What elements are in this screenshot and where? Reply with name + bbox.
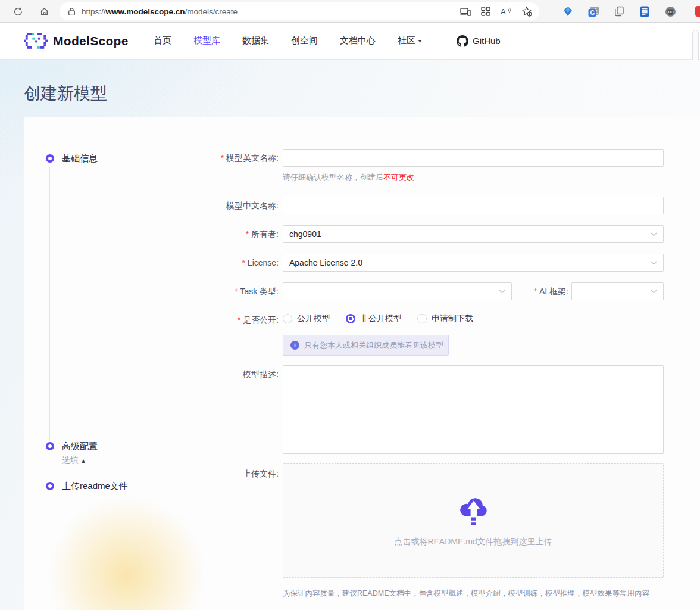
step-dot-readme xyxy=(46,482,54,490)
adblock-extension-icon[interactable]: UO xyxy=(664,5,676,17)
label-model-en-name: *模型英文名称: xyxy=(24,149,279,167)
owner-value: chg0901 xyxy=(289,229,321,239)
github-icon xyxy=(457,35,468,47)
required-mark: * xyxy=(246,229,249,239)
required-mark: * xyxy=(238,315,240,325)
browser-toolbar: https://www.modelscope.cn/models/create … xyxy=(0,0,700,23)
license-select[interactable]: Apache License 2.0 xyxy=(283,254,664,272)
form-card: 基础信息 高级配置 选填▲ 上传readme文件 *模型英文名称: 请仔细确认模… xyxy=(24,117,700,610)
nav-item-datasets[interactable]: 数据集 xyxy=(242,35,269,46)
label-owner: *所有者: xyxy=(24,225,279,243)
translate-extension-icon[interactable]: 文 G xyxy=(588,5,599,17)
label-license: *License: xyxy=(24,254,279,272)
radio-public-model[interactable]: 公开模型 xyxy=(283,313,330,324)
radio-private-model[interactable]: 非公开模型 xyxy=(346,313,402,324)
radio-label: 非公开模型 xyxy=(360,313,402,324)
create-model-page: 创建新模型 基础信息 高级配置 选填▲ 上传readme文件 *模型英文名称: … xyxy=(0,60,700,610)
label-ai-framework: *AI 框架: xyxy=(432,282,568,300)
url-text: https://www.modelscope.cn/models/create xyxy=(82,7,238,16)
nav-item-studios[interactable]: 创空间 xyxy=(291,35,318,46)
nav-divider xyxy=(439,35,439,47)
modelscope-logo-icon xyxy=(24,32,48,49)
label-text: 模型英文名称: xyxy=(226,153,279,163)
url-host: www.modelscope.cn xyxy=(106,7,185,16)
model-description-textarea[interactable] xyxy=(283,365,664,454)
home-button[interactable] xyxy=(37,4,51,18)
visibility-note: i 只有您本人或相关组织成员能看见该模型 xyxy=(283,335,449,356)
nav-item-community[interactable]: 社区 ▾ xyxy=(398,35,421,46)
modelscope-logo[interactable]: ModelScope xyxy=(24,23,129,59)
label-text: 上传文件: xyxy=(243,469,279,478)
extension-blue-diamond-icon[interactable] xyxy=(562,5,574,17)
svg-text:G: G xyxy=(590,10,595,16)
url-scheme: https:// xyxy=(82,7,106,16)
label-text: 模型中文名称: xyxy=(226,201,279,210)
label-text: 是否公开: xyxy=(243,315,279,325)
favorites-icon[interactable] xyxy=(521,6,532,17)
required-mark: * xyxy=(221,153,224,163)
github-label: GitHub xyxy=(473,36,501,46)
upload-tip: 为保证内容质量，建议README文档中，包含模型概述，模型介绍，模型训练，模型推… xyxy=(283,589,649,599)
model-name-hint: 请仔细确认模型名称，创建后不可更改 xyxy=(283,172,414,183)
step-advanced-config[interactable]: 高级配置 xyxy=(62,441,98,452)
nav-item-home[interactable]: 首页 xyxy=(154,35,171,46)
radio-circle-icon xyxy=(417,314,427,323)
brand-name: ModelScope xyxy=(53,34,129,48)
required-mark: * xyxy=(242,258,245,267)
read-aloud-icon[interactable]: A xyxy=(500,7,512,16)
model-en-name-input[interactable] xyxy=(283,149,664,167)
community-label: 社区 xyxy=(398,35,415,46)
label-text: Task 类型: xyxy=(240,287,279,296)
lock-icon xyxy=(68,7,76,16)
info-icon: i xyxy=(290,341,299,350)
decorative-blob xyxy=(40,488,213,610)
visibility-radio-group: 公开模型 非公开模型 申请制下载 xyxy=(283,313,473,324)
owner-select[interactable]: chg0901 xyxy=(283,225,664,243)
radio-label: 申请制下载 xyxy=(432,313,473,324)
required-mark: * xyxy=(235,287,238,296)
triangle-up-icon: ▲ xyxy=(80,458,86,464)
notes-extension-icon[interactable] xyxy=(639,5,651,17)
edge-red-extension-icon[interactable] xyxy=(695,6,700,17)
label-upload-file: 上传文件: xyxy=(24,469,279,480)
label-text: AI 框架: xyxy=(539,287,568,296)
hint-text: 请仔细确认模型名称，创建后 xyxy=(283,173,383,182)
label-model-cn-name: 模型中文名称: xyxy=(24,197,279,214)
devices-icon[interactable] xyxy=(460,7,471,16)
cloud-upload-icon xyxy=(457,494,490,528)
readme-upload-dropzone[interactable]: 点击或将README.md文件拖拽到这里上传 xyxy=(283,463,664,578)
collections-icon[interactable] xyxy=(481,7,490,16)
chevron-down-icon: ▾ xyxy=(418,38,421,44)
chevron-down-icon xyxy=(651,261,657,265)
label-description: 模型描述: xyxy=(24,369,279,380)
radio-label: 公开模型 xyxy=(297,313,330,324)
visibility-note-text: 只有您本人或相关组织成员能看见该模型 xyxy=(304,340,443,351)
nav-item-docs[interactable]: 文档中心 xyxy=(340,35,376,46)
optional-label: 选填 xyxy=(62,455,79,465)
step-upload-readme[interactable]: 上传readme文件 xyxy=(62,481,128,492)
label-text: License: xyxy=(248,258,279,267)
pages-extension-icon[interactable] xyxy=(613,5,625,17)
ai-framework-select[interactable] xyxy=(571,282,664,300)
svg-text:UO: UO xyxy=(668,9,673,13)
nav-item-models[interactable]: 模型库 xyxy=(193,35,220,46)
hint-emphasis: 不可更改 xyxy=(383,173,414,182)
license-value: Apache License 2.0 xyxy=(289,258,362,267)
label-text: 所有者: xyxy=(251,229,279,239)
required-mark: * xyxy=(534,287,537,296)
step-advanced-optional-toggle[interactable]: 选填▲ xyxy=(62,455,86,466)
radio-apply-download[interactable]: 申请制下载 xyxy=(417,313,473,324)
url-bar[interactable]: https://www.modelscope.cn/models/create … xyxy=(60,2,539,20)
github-link[interactable]: GitHub xyxy=(457,35,501,47)
svg-text:A: A xyxy=(501,7,506,16)
model-cn-name-input[interactable] xyxy=(283,197,664,214)
refresh-button[interactable] xyxy=(11,4,25,18)
label-task-type: *Task 类型: xyxy=(24,282,279,300)
radio-circle-selected-icon xyxy=(346,314,355,323)
step-dot-advanced xyxy=(46,442,54,450)
chevron-down-icon xyxy=(651,290,657,294)
site-header: ModelScope 首页 模型库 数据集 创空间 文档中心 社区 ▾ GitH… xyxy=(0,23,700,60)
label-visibility: *是否公开: xyxy=(24,314,279,326)
chevron-down-icon xyxy=(651,232,657,236)
url-path: /models/create xyxy=(185,7,238,16)
